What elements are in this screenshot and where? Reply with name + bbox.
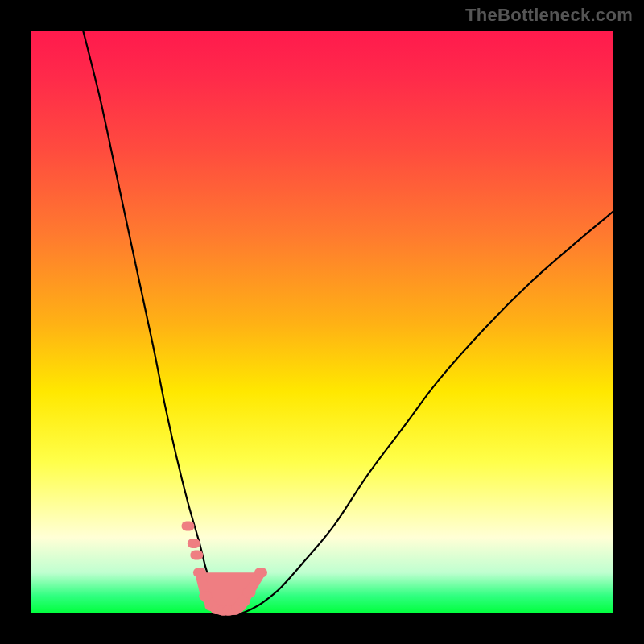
- chart-frame: TheBottleneck.com: [0, 0, 644, 644]
- chart-overlay: [31, 31, 613, 613]
- bottleneck-curve: [83, 31, 613, 614]
- plot-area: [31, 31, 613, 613]
- watermark-text: TheBottleneck.com: [465, 5, 633, 26]
